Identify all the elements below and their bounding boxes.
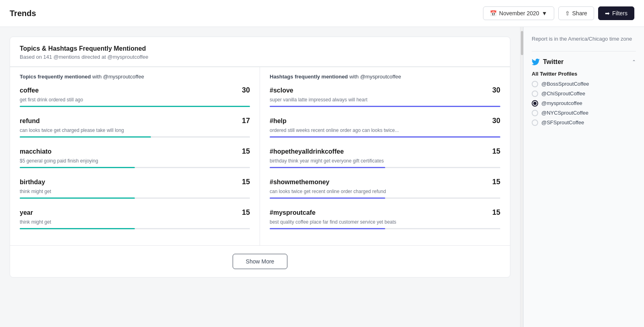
profile-item[interactable]: @SFSproutCoffee xyxy=(532,119,636,126)
profile-radio[interactable] xyxy=(532,119,538,126)
timezone-notice: Report is in the America/Chicago time zo… xyxy=(532,35,636,43)
hashtag-keywords: ordered still weeks recent online order … xyxy=(270,127,500,134)
hashtag-name: #help xyxy=(270,117,287,125)
hashtag-keywords: can looks twice get recent online order … xyxy=(270,188,500,195)
profile-radio[interactable] xyxy=(532,100,538,107)
topic-item: year 15 think might get xyxy=(20,208,250,229)
topic-keywords: get first drink ordered still ago xyxy=(20,96,250,103)
topic-name: refund xyxy=(20,117,40,125)
hashtag-bar-container xyxy=(270,136,500,138)
topic-bar xyxy=(20,197,135,199)
profile-name: @ChiSproutCoffee xyxy=(541,90,585,97)
topic-bar-container xyxy=(20,228,250,229)
hashtag-item: #help 30 ordered still weeks recent onli… xyxy=(270,117,500,138)
hashtag-bar-container xyxy=(270,228,500,229)
topic-keywords: think might get xyxy=(20,188,250,195)
topic-bar-container xyxy=(20,167,250,168)
page-title: Trends xyxy=(10,9,36,18)
topic-keywords: think might get xyxy=(20,218,250,226)
hashtag-bar-container xyxy=(270,106,500,107)
topic-name: birthday xyxy=(20,179,45,186)
profile-item[interactable]: @ChiSproutCoffee xyxy=(532,90,636,97)
hashtag-count: 30 xyxy=(492,117,500,125)
chevron-down-icon: ▼ xyxy=(542,10,547,16)
hashtag-name: #sclove xyxy=(270,87,293,94)
topic-row: refund 17 xyxy=(20,117,250,125)
topic-bar-container xyxy=(20,106,250,107)
topic-keywords: can looks twice get charged please take … xyxy=(20,127,250,134)
card-subtitle: Based on 141 @mentions directed at @mysp… xyxy=(20,54,500,60)
topics-card: Topics & Hashtags Frequently Mentioned B… xyxy=(10,37,510,278)
profile-item[interactable]: @BossSproutCoffee xyxy=(532,81,636,87)
calendar-icon: 📅 xyxy=(490,10,497,16)
sidebar-section-label: Twitter xyxy=(543,58,564,66)
hashtags-column: Hashtags frequently mentioned with @mysp… xyxy=(260,67,510,245)
topic-row: coffee 30 xyxy=(20,86,250,95)
topic-bar xyxy=(20,136,151,138)
sidebar-section-title: Twitter xyxy=(532,58,564,66)
filters-icon: ➡ xyxy=(605,10,610,16)
show-more-button[interactable]: Show More xyxy=(233,254,288,269)
hashtag-item: #sclove 30 super vanilla latte impressed… xyxy=(270,86,500,107)
hashtag-row: #help 30 xyxy=(270,117,500,125)
hashtag-name: #showmethemoney xyxy=(270,179,329,186)
card-title: Topics & Hashtags Frequently Mentioned xyxy=(20,45,500,52)
topic-name: macchiato xyxy=(20,148,52,155)
date-picker-button[interactable]: 📅 November 2020 ▼ xyxy=(483,6,554,20)
show-more-container: Show More xyxy=(10,245,510,277)
topics-list: coffee 30 get first drink ordered still … xyxy=(20,86,250,229)
hashtags-list: #sclove 30 super vanilla latte impressed… xyxy=(270,86,500,229)
topic-name: year xyxy=(20,209,33,216)
hashtag-row: #sclove 30 xyxy=(270,86,500,95)
topic-row: macchiato 15 xyxy=(20,147,250,156)
topics-grid: Topics frequently mentioned with @myspro… xyxy=(10,67,510,245)
topic-name: coffee xyxy=(20,87,39,94)
profile-item[interactable]: @NYCSproutCoffee xyxy=(532,110,636,116)
profile-item[interactable]: @mysproutcoffee xyxy=(532,100,636,107)
chevron-up-icon[interactable]: ⌃ xyxy=(632,59,636,65)
hashtag-count: 15 xyxy=(492,178,500,186)
profile-radio[interactable] xyxy=(532,90,538,97)
header: Trends 📅 November 2020 ▼ ⇧ Share ➡ Filte… xyxy=(0,0,644,27)
profile-name: @BossSproutCoffee xyxy=(541,81,589,87)
header-actions: 📅 November 2020 ▼ ⇧ Share ➡ Filters xyxy=(483,6,634,20)
topic-row: year 15 xyxy=(20,208,250,217)
share-button[interactable]: ⇧ Share xyxy=(558,6,594,20)
topic-item: birthday 15 think might get xyxy=(20,178,250,199)
topics-column: Topics frequently mentioned with @myspro… xyxy=(10,67,260,245)
hashtag-keywords: best quality coffee place far find custo… xyxy=(270,218,500,226)
card-header: Topics & Hashtags Frequently Mentioned B… xyxy=(10,37,510,67)
hashtag-item: #hopetheyalldrinkcoffee 15 birthday thin… xyxy=(270,147,500,168)
hashtag-bar-container xyxy=(270,197,500,199)
scrollbar[interactable] xyxy=(520,27,523,327)
filters-button[interactable]: ➡ Filters xyxy=(598,6,634,20)
hashtag-row: #showmethemoney 15 xyxy=(270,178,500,186)
topic-count: 17 xyxy=(242,117,250,125)
topics-col-header: Topics frequently mentioned with @myspro… xyxy=(20,74,250,80)
hashtag-row: #hopetheyalldrinkcoffee 15 xyxy=(270,147,500,156)
hashtag-keywords: birthday think year might get everyone g… xyxy=(270,157,500,165)
hashtag-item: #mysproutcafe 15 best quality coffee pla… xyxy=(270,208,500,229)
topic-keywords: $5 general going paid finish enjoying xyxy=(20,157,250,165)
hashtag-count: 15 xyxy=(492,147,500,156)
sidebar: Report is in the America/Chicago time zo… xyxy=(523,27,644,327)
profile-radio[interactable] xyxy=(532,81,538,87)
hashtag-bar xyxy=(270,136,500,138)
profile-name: @mysproutcoffee xyxy=(541,100,582,106)
topic-count: 15 xyxy=(242,178,250,186)
main-content: Topics & Hashtags Frequently Mentioned B… xyxy=(0,27,520,327)
twitter-icon xyxy=(532,58,540,66)
profile-radio[interactable] xyxy=(532,110,538,116)
sidebar-divider xyxy=(532,51,636,51)
profiles-heading: All Twitter Profiles xyxy=(532,71,636,77)
date-label: November 2020 xyxy=(499,10,539,16)
profile-name: @NYCSproutCoffee xyxy=(541,110,588,116)
topic-count: 30 xyxy=(242,86,250,95)
topic-bar xyxy=(20,228,135,229)
hashtag-row: #mysproutcafe 15 xyxy=(270,208,500,217)
scroll-thumb[interactable] xyxy=(521,31,523,55)
topic-bar xyxy=(20,106,250,107)
topic-bar-container xyxy=(20,197,250,199)
topic-item: coffee 30 get first drink ordered still … xyxy=(20,86,250,107)
topic-item: refund 17 can looks twice get charged pl… xyxy=(20,117,250,138)
